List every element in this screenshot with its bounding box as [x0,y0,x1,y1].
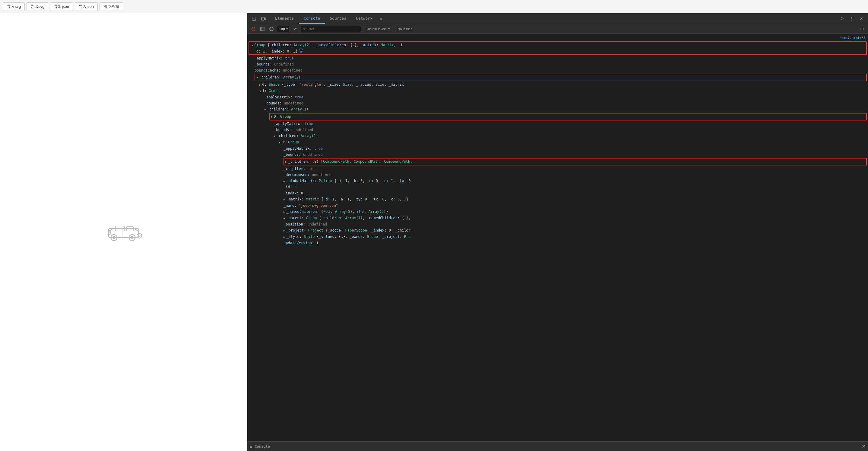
no-errors-button[interactable] [268,25,275,33]
root-group-box: Group { _children : Array(2) , _namedChi… [249,41,867,55]
devtools-more-button[interactable]: ⋮ [847,15,856,23]
root-group-row[interactable]: Group { _children : Array(2) , _namedChi… [249,42,866,48]
name-row: _name : "jeep-svgrepo-com" [247,202,868,208]
apply-matrix-row-3: _applyMatrix : true [247,121,868,127]
children-array-box: _children : Array(2) [254,74,867,81]
sidebar-toggle-button[interactable] [259,25,266,33]
bounds-row-1: _bounds : undefined [247,61,868,67]
console-bottom-label: Console [254,444,270,449]
arrow-children-3[interactable] [274,133,275,139]
tab-console[interactable]: Console [299,13,325,24]
arrow-matrix[interactable] [283,197,285,202]
tab-elements[interactable]: Elements [270,13,299,24]
named-children-row[interactable]: _namedChildren : { 形状 : Array(5) , 路径 : … [247,208,868,215]
console-bottombar: ≡ Console ✕ [247,441,868,451]
group1-row[interactable]: 1 : Group [247,88,868,94]
children-array-row[interactable]: _children : Array(2) [255,74,866,81]
top-context-selector[interactable]: top ▼ [277,26,290,32]
device-toggle-button[interactable] [259,15,268,23]
arrow-named-children[interactable] [283,209,285,215]
main-area: Elements Console Sources Network » ⚙ ⋮ ✕… [0,13,868,451]
devtools-close-button[interactable]: ✕ [857,15,866,23]
top-context-label: top [279,27,285,31]
devtools-topbar: Elements Console Sources Network » ⚙ ⋮ ✕ [247,13,868,24]
eye-button[interactable]: 👁 [292,25,299,33]
arrow-style[interactable] [283,234,285,240]
children-8-box: _children : (8) [ CompoundPath , Compoun… [283,158,867,165]
console-toolbar: 🚫 top ▼ 👁 ⊘ [247,24,868,34]
console-close-button[interactable]: ✕ [862,444,866,449]
no-issues-button[interactable]: No Issues [395,26,415,32]
arrow-parent[interactable] [283,215,285,221]
svg-rect-14 [261,17,264,20]
apply-matrix-row-1: _applyMatrix : true [247,55,868,61]
position-row: _position : undefined [247,221,868,227]
inspect-element-button[interactable] [250,15,258,23]
arrow-deep-group[interactable] [279,139,280,145]
filter-box: ⊘ [301,26,361,32]
filter-input[interactable] [307,27,358,31]
apply-matrix-row-2: _applyMatrix : true [247,94,868,100]
root-group-row2: d : 1 , index : 0 , …} i [249,48,866,54]
arrow-children-2[interactable] [264,107,266,112]
import-svg-button[interactable]: 导入svg [3,2,25,11]
clipitem-row: _clipItem : null [247,166,868,172]
decomposed-row: _decomposed : undefined [247,172,868,178]
console-output[interactable]: demo7.html:38 Group { _children : Array(… [247,34,868,441]
bounds-cache-row: boundsCache : undefined [247,67,868,73]
tab-network[interactable]: Network [351,13,377,24]
bounds-row-4: _bounds : undefined [247,151,868,158]
arrow-project[interactable] [283,228,285,233]
clear-console-button[interactable]: 🚫 [250,25,257,33]
source-link[interactable]: demo7.html:38 [840,35,866,41]
arrow-global-matrix[interactable] [283,178,285,184]
project-row[interactable]: _project : Project { _scope : PaperScope… [247,227,868,234]
more-tabs-button[interactable]: » [377,16,384,21]
source-link-line: demo7.html:38 [247,35,868,41]
console-settings-button[interactable]: ⚙ [858,25,866,33]
export-svg-button[interactable]: 导出svg [27,2,48,11]
deep-group-row[interactable]: 0 : Group [247,139,868,145]
export-json-button[interactable]: 导出json [50,2,73,11]
top-context-arrow: ▼ [286,27,288,30]
index-row: _index : 0 [247,190,868,196]
devtools-settings-button[interactable]: ⚙ [838,15,846,23]
children-array-row-2[interactable]: _children : Array(1) [247,106,868,113]
filter-icon: ⊘ [303,27,306,31]
import-json-button[interactable]: 导入json [75,2,98,11]
jeep-icon [105,220,142,244]
children-array-row-3[interactable]: _children : Array(1) [247,133,868,139]
svg-rect-15 [265,18,266,20]
parent-row[interactable]: _parent : Group { _children : Array(1) ,… [247,215,868,221]
tab-sources[interactable]: Sources [325,13,351,24]
inner-group-box: 0 : Group [269,113,867,120]
arrow-root[interactable] [251,42,253,48]
id-row: _id : 5 [247,184,868,190]
bounds-row-3: _bounds : undefined [247,127,868,133]
arrow-children-8[interactable] [285,159,287,165]
info-icon-root[interactable]: i [299,49,303,53]
arrow-inner-group[interactable] [271,114,272,119]
main-toolbar: 导入svg 导出svg 导出json 导入json 清空画布 [0,0,868,13]
children-8-row[interactable]: _children : (8) [ CompoundPath , Compoun… [284,159,866,165]
arrow-children[interactable] [256,75,258,80]
svg-rect-16 [260,27,264,31]
update-version-row: updateVersion : 1 [247,240,868,246]
svg-rect-0 [108,228,139,237]
clear-canvas-button[interactable]: 清空画布 [99,2,123,11]
global-matrix-row[interactable]: _globalMatrix : Matrix { _a : 1 , _b : 0… [247,178,868,184]
arrow-group1[interactable] [259,88,261,94]
console-sidebar-icon[interactable]: ≡ [250,444,252,449]
devtools-icon-group [247,15,270,23]
inner-group-row[interactable]: 0 : Group [270,113,866,120]
arrow-shape[interactable] [259,82,261,88]
custom-levels-button[interactable]: Custom levels ▼ [363,26,393,32]
devtools-panel: Elements Console Sources Network » ⚙ ⋮ ✕… [247,13,868,451]
shape-row[interactable]: 0 : Shape { _type : 'rectangle' , _size … [247,82,868,88]
svg-line-19 [270,28,273,30]
devtools-tabs: Elements Console Sources Network » [270,13,384,24]
canvas-content [0,13,247,451]
bounds-row-2: _bounds : undefined [247,100,868,106]
matrix-row[interactable]: _matrix : Matrix { _d : 1 , _a : 1 , _ty… [247,196,868,202]
style-row[interactable]: _style : Style { _values : {…}, _owner :… [247,234,868,240]
